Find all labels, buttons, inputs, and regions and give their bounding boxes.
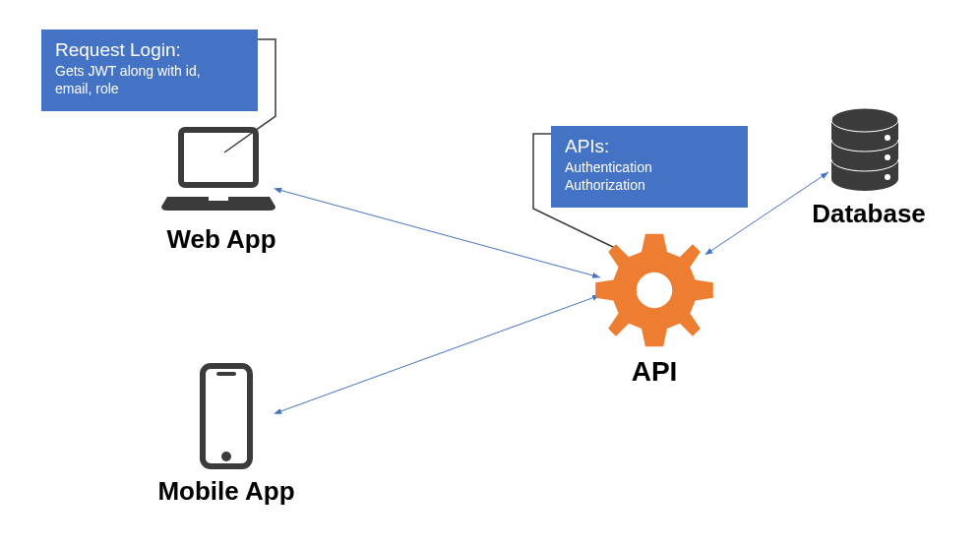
callout-request-login: Request Login: Gets JWT along with id, e… [41,30,258,111]
database-label: Database [795,199,943,229]
svg-rect-3 [203,366,250,466]
laptop-icon [159,126,277,216]
mobileapp-node [197,362,256,470]
callout-title: APIs: [565,136,734,157]
svg-point-6 [637,273,672,308]
svg-rect-1 [209,197,228,201]
mobileapp-label: Mobile App [128,476,325,507]
phone-icon [197,362,256,470]
svg-rect-4 [216,372,236,376]
database-node [827,108,903,197]
connector-mobileapp-api [276,295,600,413]
gear-icon [590,226,718,354]
callout-apis: APIs: Authentication Authorization [551,126,748,208]
callout-title: Request Login: [55,39,244,61]
callout-body: Authentication Authorization [565,159,734,194]
svg-point-9 [885,154,890,160]
api-label: API [590,356,718,388]
api-node [590,226,718,354]
svg-point-5 [221,452,231,461]
svg-rect-0 [181,130,256,185]
database-icon [827,108,903,197]
webapp-node [159,126,277,216]
callout-body: Gets JWT along with id, email, role [55,63,244,97]
webapp-label: Web App [128,224,315,255]
svg-point-10 [885,174,890,180]
svg-point-8 [885,135,890,141]
